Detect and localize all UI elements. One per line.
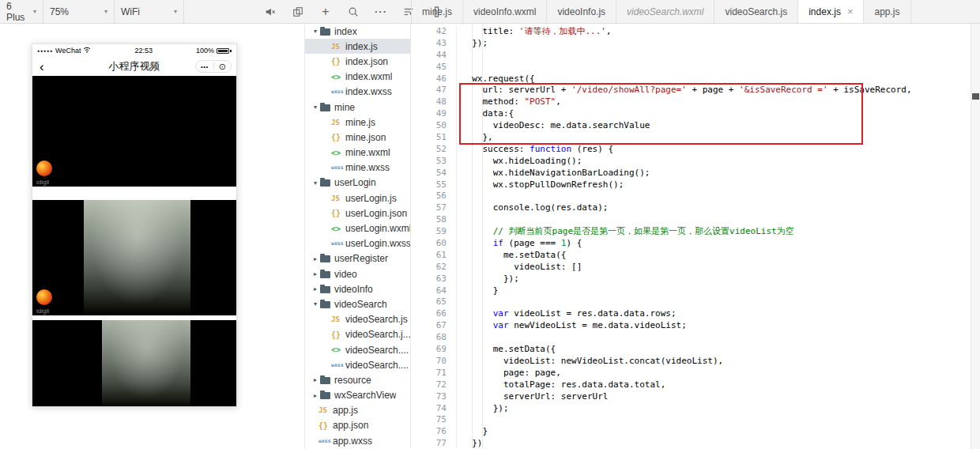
add-icon[interactable]: + <box>318 5 333 19</box>
code-line-60[interactable]: 60 if (page === 1) { <box>411 238 971 250</box>
search-icon[interactable] <box>346 5 360 19</box>
tree-item-mine.json[interactable]: {}mine.json <box>305 130 410 145</box>
tree-item-index.json[interactable]: {}index.json <box>305 54 410 69</box>
code-line-61[interactable]: 61 me.setData({ <box>411 250 971 262</box>
video-cell-3[interactable] <box>32 320 236 407</box>
chevron-down-icon[interactable]: ▾ <box>311 300 320 308</box>
tree-item-userLogin[interactable]: ▾userLogin <box>305 175 410 191</box>
tree-item-userLogin.wxss[interactable]: wxssuserLogin.wxss <box>305 236 410 251</box>
code-line-72[interactable]: 72 totalPage: res.data.data.total, <box>411 379 971 391</box>
code-line-69[interactable]: 69 me.setData({ <box>411 344 971 356</box>
network-select[interactable]: WiFi ▾ <box>115 0 184 24</box>
chevron-down-icon[interactable]: ▾ <box>311 104 320 111</box>
code-line-52[interactable]: 52 success: function (res) { <box>411 144 971 156</box>
chevron-right-icon[interactable]: ▸ <box>311 255 320 262</box>
tree-item-index.js[interactable]: JSindex.js <box>305 39 410 54</box>
editor-tab-videoSearch.wxml[interactable]: videoSearch.wxml <box>616 0 714 23</box>
tree-item-videoSearch.j...[interactable]: {}videoSearch.j... <box>305 327 410 342</box>
tree-item-index.wxss[interactable]: wxssindex.wxss <box>305 85 410 100</box>
tree-item-videoInfo[interactable]: ▸videoInfo <box>305 281 410 296</box>
tree-item-userLogin.wxml[interactable]: <>userLogin.wxml <box>305 221 410 236</box>
tree-item-wxSearchView[interactable]: ▸wxSearchView <box>305 388 410 403</box>
code-line-68[interactable]: 68 <box>411 332 971 344</box>
code-line-70[interactable]: 70 videoList: newVideoList.concat(videoL… <box>411 356 971 368</box>
video-cell-1[interactable]: idigll <box>32 76 236 187</box>
editor-tab-videoInfo.wxml[interactable]: videoInfo.wxml <box>463 0 547 23</box>
mute-icon[interactable] <box>263 5 277 19</box>
tree-item-resource[interactable]: ▸resource <box>305 372 410 387</box>
code-line-44[interactable]: 44 <box>411 50 971 62</box>
code-line-67[interactable]: 67 var newVideoList = me.data.videoList; <box>411 320 971 332</box>
tree-item-index[interactable]: ▾index <box>305 24 410 39</box>
tree-item-videoSearch....[interactable]: wxssvideoSearch.... <box>305 357 410 372</box>
zoom-select[interactable]: 75% ▾ <box>43 0 115 24</box>
video-cell-2[interactable]: idigll <box>32 200 236 315</box>
code-line-55[interactable]: 55 wx.stopPullDownRefresh(); <box>411 179 971 191</box>
editor-scrollbar[interactable] <box>971 24 980 449</box>
code-editor[interactable]: 42 title: '请等待，加载中...',43 });444546 wx.r… <box>411 24 980 449</box>
rotate-icon[interactable] <box>291 5 305 19</box>
tree-item-app.json[interactable]: {}app.json <box>305 418 410 433</box>
editor-tab-index.js[interactable]: index.js× <box>798 0 864 23</box>
tree-item-video[interactable]: ▸video <box>305 266 410 281</box>
editor-tab-videoSearch.js[interactable]: videoSearch.js <box>714 0 798 23</box>
video-thumbnail[interactable] <box>84 200 190 315</box>
code-line-75[interactable]: 75 <box>411 414 971 426</box>
code-line-65[interactable]: 65 <box>411 296 971 308</box>
code-line-59[interactable]: 59 // 判断当前页page是否是第一页，如果是第一页，那么设置videoLi… <box>411 226 971 238</box>
editor-tab-videoInfo.js[interactable]: videoInfo.js <box>547 0 616 23</box>
tree-item-mine[interactable]: ▾mine <box>305 100 410 115</box>
code-line-45[interactable]: 45 <box>411 62 971 74</box>
tree-item-index.wxml[interactable]: <>index.wxml <box>305 70 410 85</box>
home-icon[interactable]: ⊙ <box>219 62 226 71</box>
menu-dots-icon[interactable]: ••• <box>201 63 209 70</box>
code-line-73[interactable]: 73 serverUrl: serverUrl <box>411 391 971 403</box>
code-line-50[interactable]: 50 videoDesc: me.data.searchValue <box>411 120 971 132</box>
device-select[interactable]: 6 Plus ▾ <box>0 0 43 24</box>
chevron-right-icon[interactable]: ▸ <box>311 376 320 383</box>
tree-item-userRegister[interactable]: ▸userRegister <box>305 251 410 266</box>
code-line-48[interactable]: 48 method: "POST", <box>411 96 971 108</box>
tree-item-mine.js[interactable]: JSmine.js <box>305 115 410 130</box>
code-line-56[interactable]: 56 <box>411 191 971 202</box>
code-line-57[interactable]: 57 console.log(res.data); <box>411 202 971 214</box>
tree-item-userLogin.js[interactable]: JSuserLogin.js <box>305 191 410 206</box>
code-line-58[interactable]: 58 <box>411 214 971 226</box>
tree-item-videoSearch[interactable]: ▾videoSearch <box>305 296 410 311</box>
author-avatar[interactable] <box>36 289 52 305</box>
code-line-76[interactable]: 76 } <box>411 426 971 438</box>
code-line-77[interactable]: 77 }) <box>411 438 971 449</box>
more-icon[interactable]: ··· <box>374 5 388 19</box>
code-line-49[interactable]: 49 data:{ <box>411 108 971 120</box>
scrollbar-thumb[interactable] <box>972 93 979 100</box>
tab-close-icon[interactable]: × <box>847 6 854 17</box>
tree-item-mine.wxml[interactable]: <>mine.wxml <box>305 145 410 160</box>
video-thumbnail[interactable] <box>102 320 190 407</box>
chevron-right-icon[interactable]: ▸ <box>311 270 320 277</box>
code-line-46[interactable]: 46 wx.request({ <box>411 74 971 85</box>
author-avatar[interactable] <box>36 160 52 176</box>
editor-tab-app.js[interactable]: app.js <box>864 0 910 23</box>
chevron-down-icon[interactable]: ▾ <box>311 179 320 187</box>
tree-item-videoSearch....[interactable]: <>videoSearch.... <box>305 342 410 357</box>
tree-item-app.js[interactable]: JSapp.js <box>305 403 410 418</box>
code-line-51[interactable]: 51 }, <box>411 132 971 144</box>
tree-item-app.wxss[interactable]: wxssapp.wxss <box>305 433 410 448</box>
tree-item-mine.wxss[interactable]: wxssmine.wxss <box>305 160 410 175</box>
tree-item-userLogin.json[interactable]: {}userLogin.json <box>305 206 410 221</box>
capsule-menu[interactable]: ••• ⊙ <box>195 60 232 73</box>
code-line-71[interactable]: 71 page: page, <box>411 368 971 379</box>
chevron-right-icon[interactable]: ▸ <box>311 285 320 292</box>
chevron-down-icon[interactable]: ▾ <box>311 28 320 35</box>
code-line-66[interactable]: 66 var videoList = res.data.data.rows; <box>411 308 971 320</box>
code-line-43[interactable]: 43 }); <box>411 38 971 50</box>
code-line-47[interactable]: 47 url: serverUrl + '/video/showAll?page… <box>411 85 971 96</box>
back-icon[interactable]: ‹ <box>40 60 44 74</box>
editor-tab-mine.js[interactable]: mine.js <box>412 0 463 23</box>
code-line-42[interactable]: 42 title: '请等待，加载中...', <box>411 26 971 38</box>
code-line-54[interactable]: 54 wx.hideNavigationBarLoading(); <box>411 168 971 179</box>
code-line-63[interactable]: 63 }); <box>411 274 971 285</box>
code-line-74[interactable]: 74 }); <box>411 403 971 415</box>
code-line-53[interactable]: 53 wx.hideLoading(); <box>411 156 971 168</box>
chevron-right-icon[interactable]: ▸ <box>311 392 320 399</box>
